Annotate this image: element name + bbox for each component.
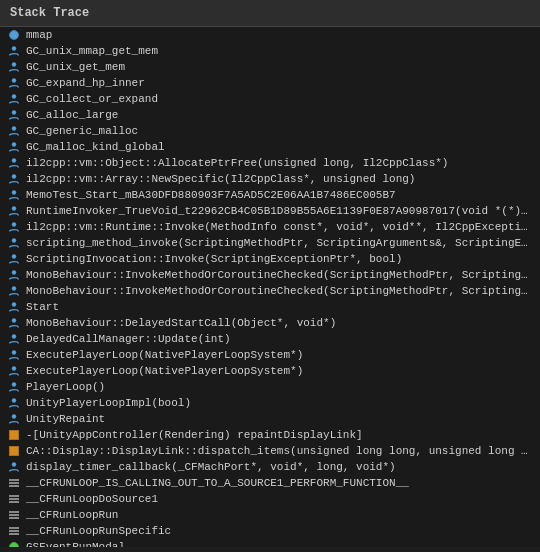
svg-point-12 — [12, 238, 16, 242]
stack-row[interactable]: MonoBehaviour::DelayedStartCall(Object*,… — [0, 315, 540, 331]
stack-row[interactable]: __CFRunLoopDoSource1 — [0, 491, 540, 507]
stack-row-label: __CFRunLoopRun — [26, 508, 118, 522]
stack-row-label: display_timer_callback(_CFMachPort*, voi… — [26, 460, 396, 474]
stack-row[interactable]: GC_unix_mmap_get_mem — [0, 43, 540, 59]
stack-row-label: UnityPlayerLoopImpl(bool) — [26, 396, 191, 410]
stack-row[interactable]: il2cpp::vm::Runtime::Invoke(MethodInfo c… — [0, 219, 540, 235]
svg-point-1 — [12, 62, 16, 66]
stack-row-label: Start — [26, 300, 59, 314]
person-icon — [6, 412, 22, 426]
person-icon — [6, 204, 22, 218]
person-icon — [6, 300, 22, 314]
lines-icon — [6, 476, 22, 490]
stack-row-label: ScriptingInvocation::Invoke(ScriptingExc… — [26, 252, 402, 266]
stack-row[interactable]: il2cpp::vm::Array::NewSpecific(Il2CppCla… — [0, 171, 540, 187]
svg-point-10 — [12, 206, 16, 210]
stack-row-label: GSEventRunModal — [26, 540, 125, 547]
person-icon — [6, 140, 22, 154]
stack-row-label: RuntimeInvoker_TrueVoid_t22962CB4C05B1D8… — [26, 204, 534, 218]
person-icon — [6, 380, 22, 394]
stack-list[interactable]: mmap GC_unix_mmap_get_mem GC_unix_get_me… — [0, 27, 540, 547]
stack-row[interactable]: il2cpp::vm::Object::AllocatePtrFree(unsi… — [0, 155, 540, 171]
svg-point-16 — [12, 302, 16, 306]
stack-row-label: DelayedCallManager::Update(int) — [26, 332, 231, 346]
stack-row[interactable]: mmap — [0, 27, 540, 43]
person-icon — [6, 172, 22, 186]
stack-row-label: GC_generic_malloc — [26, 124, 138, 138]
stack-row[interactable]: DelayedCallManager::Update(int) — [0, 331, 540, 347]
stack-row[interactable]: GC_unix_get_mem — [0, 59, 540, 75]
person-icon — [6, 268, 22, 282]
stack-row[interactable]: scripting_method_invoke(ScriptingMethodP… — [0, 235, 540, 251]
stack-row-label: CA::Display::DisplayLink::dispatch_items… — [26, 444, 534, 458]
stack-row[interactable]: MemoTest_Start_mBA30DFD880903F7A5AD5C2E0… — [0, 187, 540, 203]
stack-row[interactable]: UnityRepaint — [0, 411, 540, 427]
svg-point-3 — [12, 94, 16, 98]
svg-point-0 — [12, 46, 16, 50]
svg-point-21 — [12, 382, 16, 386]
stack-row[interactable]: __CFRunLoopRunSpecific — [0, 523, 540, 539]
stack-row-label: GC_unix_get_mem — [26, 60, 125, 74]
person-icon — [6, 92, 22, 106]
svg-point-19 — [12, 350, 16, 354]
person-icon — [6, 108, 22, 122]
stack-row[interactable]: __CFRUNLOOP_IS_CALLING_OUT_TO_A_SOURCE1_… — [0, 475, 540, 491]
svg-point-4 — [12, 110, 16, 114]
stack-row[interactable]: MonoBehaviour::InvokeMethodOrCoroutineCh… — [0, 283, 540, 299]
person-icon — [6, 348, 22, 362]
stack-row-label: scripting_method_invoke(ScriptingMethodP… — [26, 236, 534, 250]
stack-row[interactable]: GC_expand_hp_inner — [0, 75, 540, 91]
svg-point-17 — [12, 318, 16, 322]
svg-point-6 — [12, 142, 16, 146]
stack-row[interactable]: GC_generic_malloc — [0, 123, 540, 139]
svg-point-14 — [12, 270, 16, 274]
stack-row-label: MonoBehaviour::DelayedStartCall(Object*,… — [26, 316, 336, 330]
stack-row-label: UnityRepaint — [26, 412, 105, 426]
person-icon — [6, 396, 22, 410]
svg-point-8 — [12, 174, 16, 178]
stack-row[interactable]: GSEventRunModal — [0, 539, 540, 547]
svg-point-20 — [12, 366, 16, 370]
svg-point-15 — [12, 286, 16, 290]
stack-row[interactable]: ExecutePlayerLoop(NativePlayerLoopSystem… — [0, 363, 540, 379]
square-orange-icon — [6, 444, 22, 458]
person-icon — [6, 332, 22, 346]
svg-point-7 — [12, 158, 16, 162]
stack-row[interactable]: ExecutePlayerLoop(NativePlayerLoopSystem… — [0, 347, 540, 363]
stack-row[interactable]: CA::Display::DisplayLink::dispatch_items… — [0, 443, 540, 459]
stack-row-label: PlayerLoop() — [26, 380, 105, 394]
person-icon — [6, 44, 22, 58]
stack-row[interactable]: MonoBehaviour::InvokeMethodOrCoroutineCh… — [0, 267, 540, 283]
svg-point-2 — [12, 78, 16, 82]
person-icon — [6, 236, 22, 250]
stack-row-label: GC_malloc_kind_global — [26, 140, 165, 154]
person-icon — [6, 76, 22, 90]
stack-row[interactable]: Start — [0, 299, 540, 315]
svg-point-11 — [12, 222, 16, 226]
stack-row[interactable]: RuntimeInvoker_TrueVoid_t22962CB4C05B1D8… — [0, 203, 540, 219]
person-icon — [6, 220, 22, 234]
stack-row[interactable]: __CFRunLoopRun — [0, 507, 540, 523]
svg-point-18 — [12, 334, 16, 338]
stack-row[interactable]: display_timer_callback(_CFMachPort*, voi… — [0, 459, 540, 475]
stack-row[interactable]: GC_malloc_kind_global — [0, 139, 540, 155]
stack-row-label: MonoBehaviour::InvokeMethodOrCoroutineCh… — [26, 284, 534, 298]
square-orange-icon — [6, 428, 22, 442]
stack-row[interactable]: PlayerLoop() — [0, 379, 540, 395]
stack-row-label: GC_unix_mmap_get_mem — [26, 44, 158, 58]
stack-row[interactable]: GC_collect_or_expand — [0, 91, 540, 107]
stack-row-label: GC_alloc_large — [26, 108, 118, 122]
person-icon — [6, 60, 22, 74]
stack-row[interactable]: -[UnityAppController(Rendering) repaintD… — [0, 427, 540, 443]
svg-point-9 — [12, 190, 16, 194]
svg-point-24 — [12, 462, 16, 466]
stack-row[interactable]: GC_alloc_large — [0, 107, 540, 123]
stack-row[interactable]: UnityPlayerLoopImpl(bool) — [0, 395, 540, 411]
stack-row-label: GC_collect_or_expand — [26, 92, 158, 106]
stack-row-label: __CFRunLoopDoSource1 — [26, 492, 158, 506]
stack-row[interactable]: ScriptingInvocation::Invoke(ScriptingExc… — [0, 251, 540, 267]
stack-row-label: il2cpp::vm::Runtime::Invoke(MethodInfo c… — [26, 220, 534, 234]
circle-blue-icon — [6, 28, 22, 42]
stack-row-label: mmap — [26, 28, 52, 42]
panel-header: Stack Trace — [0, 0, 540, 27]
